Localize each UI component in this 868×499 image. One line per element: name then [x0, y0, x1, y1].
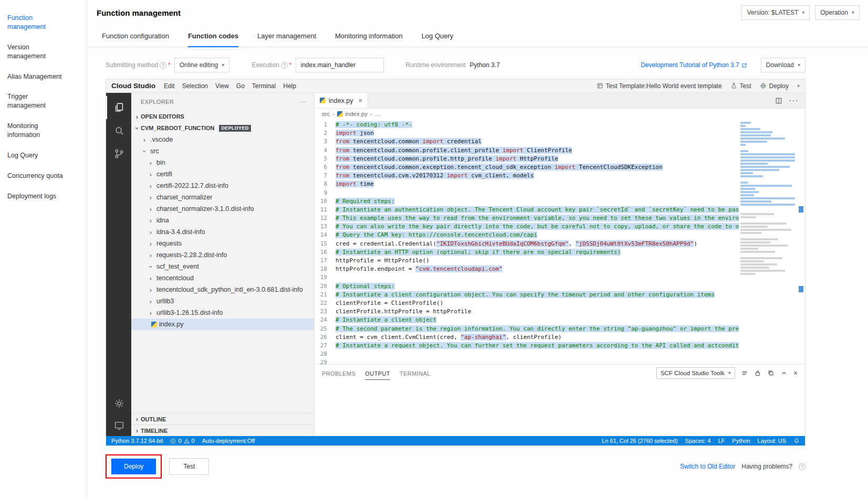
menu-go[interactable]: Go [236, 82, 245, 90]
menu-terminal[interactable]: Terminal [252, 82, 276, 90]
deploy-button[interactable]: Deploy [111, 459, 156, 474]
source-control-activity-button[interactable] [106, 142, 131, 165]
help-icon[interactable]: ? [160, 62, 166, 69]
menu-edit[interactable]: Edit [164, 82, 175, 90]
tree-item-tencentcloud-sdk-python-intl-en-3-0-681-dist-info[interactable]: ›tencentcloud_sdk_python_intl_en-3.0.681… [131, 284, 314, 295]
tab-function-configuration[interactable]: Function configuration [102, 25, 169, 47]
ruler-mark [799, 206, 803, 213]
language-status[interactable]: Python [732, 438, 750, 444]
eol-status[interactable]: LF [718, 438, 725, 444]
switch-old-editor-link[interactable]: Switch to Old Editor [680, 463, 735, 470]
code-token: from [336, 164, 350, 171]
file-tree: ›.vscode›src›bin›certifi›certifi-2022.12… [131, 134, 314, 330]
sidebar-item-concurrency-quota[interactable]: Concurrency quota [7, 172, 64, 181]
chevron-right-icon: › [147, 286, 154, 293]
panel-tab-problems[interactable]: PROBLEMS [322, 367, 355, 380]
version-select[interactable]: Version: $LATEST ▾ [741, 5, 810, 20]
sidebar-item-function-management[interactable]: Function management [7, 14, 64, 31]
download-select[interactable]: Download ▾ [761, 58, 806, 72]
help-icon[interactable]: ? [281, 62, 288, 69]
tree-item-vscode[interactable]: ›.vscode [131, 134, 314, 145]
breadcrumb-item-src[interactable]: src [322, 111, 330, 117]
tree-item-charset-normalizer[interactable]: ›charset_normalizer [131, 192, 314, 203]
tab-layer-management[interactable]: Layer management [257, 25, 316, 47]
sidebar-item-alias-management[interactable]: Alias Management [7, 72, 64, 81]
sidebar: Function managementVersion managementAli… [0, 0, 87, 499]
layout-status[interactable]: Layout: US [758, 438, 786, 444]
output-channel-select[interactable]: SCF Cloud Studio Toolk ▾ [656, 367, 735, 379]
project-root[interactable]: › CVM_REBOOT_FUNCTION DEPLOYED [131, 122, 314, 134]
sidebar-item-version-management[interactable]: Version management [7, 43, 64, 61]
cursor-position-status[interactable]: Ln 61, Col 26 (2760 selected) [602, 438, 677, 444]
tree-item-tencentcloud[interactable]: ›tencentcloud [131, 272, 314, 284]
ide-test-button[interactable]: Test [730, 82, 751, 90]
execution-input[interactable] [296, 58, 384, 72]
explorer-activity-button[interactable] [106, 96, 131, 119]
tree-item-urllib3[interactable]: ›urllib3 [131, 295, 314, 307]
minimap[interactable] [739, 119, 798, 364]
close-icon[interactable]: × [359, 97, 363, 104]
dev-tutorial-link[interactable]: Development Tutorial of Python 3.7 [641, 61, 747, 69]
more-actions-icon[interactable]: ··· [789, 96, 799, 105]
menu-help[interactable]: Help [283, 82, 296, 90]
sidebar-item-log-query[interactable]: Log Query [7, 151, 64, 160]
timeline-section[interactable]: › TIMELINE [131, 424, 314, 436]
editor-tab-index-py[interactable]: index.py × [315, 93, 368, 108]
caret-down-icon[interactable]: ▾ [797, 83, 800, 89]
sidebar-item-monitoring-information[interactable]: Monitoring information [7, 122, 64, 140]
layout-activity-button[interactable] [106, 415, 131, 436]
code-editor[interactable]: 1# -*- coding: utf8 -*-2import json3from… [315, 119, 805, 364]
tree-item-index-py[interactable]: index.py [131, 318, 314, 330]
tab-monitoring-information[interactable]: Monitoring information [335, 25, 403, 47]
test-button[interactable]: Test [169, 458, 209, 475]
tree-item-bin[interactable]: ›bin [131, 157, 314, 168]
tree-item-charset-normalizer-3-1-0-dist-info[interactable]: ›charset_normalizer-3.1.0.dist-info [131, 203, 314, 215]
panel-tab-output[interactable]: OUTPUT [365, 367, 390, 380]
maximize-panel-icon[interactable] [780, 369, 788, 377]
overview-ruler[interactable] [798, 119, 805, 364]
menu-view[interactable]: View [215, 82, 229, 90]
operation-select[interactable]: Operation ▾ [815, 5, 860, 20]
tree-item-certifi[interactable]: ›certifi [131, 168, 314, 180]
indentation-status[interactable]: Spaces: 4 [685, 438, 711, 444]
tree-item-scf-test-event[interactable]: ›scf_test_event [131, 261, 314, 272]
clear-output-icon[interactable] [741, 369, 748, 377]
tree-item-idna-3-4-dist-info[interactable]: ›idna-3.4.dist-info [131, 226, 314, 238]
code-token: from [336, 138, 350, 145]
tree-item-requests[interactable]: ›requests [131, 238, 314, 249]
sidebar-item-trigger-management[interactable]: Trigger management [7, 92, 64, 110]
tree-item-urllib3-1-26-15-dist-info[interactable]: ›urllib3-1.26.15.dist-info [131, 307, 314, 318]
auto-deployment-status[interactable]: Auto-deployment:Off [202, 438, 255, 444]
python-version-status[interactable]: Python 3.7.12 64-bit [111, 438, 163, 444]
tree-item-requests-2-28-2-dist-info[interactable]: ›requests-2.28.2.dist-info [131, 249, 314, 261]
lock-scroll-icon[interactable] [754, 369, 761, 377]
notifications-bell-icon[interactable] [793, 438, 800, 444]
tree-item-certifi-2022-12-7-dist-info[interactable]: ›certifi-2022.12.7.dist-info [131, 180, 314, 192]
outline-section[interactable]: › OUTLINE [131, 413, 314, 424]
panel-tab-terminal[interactable]: TERMINAL [400, 367, 431, 380]
problems-status[interactable]: 0 0 [170, 438, 194, 444]
tree-item-label: urllib3-1.26.15.dist-info [156, 309, 223, 316]
ide-deploy-button[interactable]: Deploy [760, 82, 789, 90]
close-panel-icon[interactable]: × [793, 369, 798, 377]
tab-log-query[interactable]: Log Query [422, 25, 454, 47]
breadcrumb-item-index-py[interactable]: index.py [337, 111, 368, 117]
breadcrumb-item-[interactable]: … [375, 111, 381, 117]
settings-activity-button[interactable] [106, 392, 131, 415]
tab-function-codes[interactable]: Function codes [188, 25, 238, 47]
menu-selection[interactable]: Selection [182, 82, 208, 90]
tree-item-src[interactable]: ›src [131, 145, 314, 157]
dev-tutorial-link-label: Development Tutorial of Python 3.7 [641, 61, 739, 69]
search-activity-button[interactable] [106, 119, 131, 142]
help-icon[interactable]: ? [799, 463, 806, 470]
split-editor-icon[interactable] [775, 97, 782, 104]
tree-item-idna[interactable]: ›idna [131, 215, 314, 226]
more-actions-icon[interactable]: ··· [299, 99, 307, 105]
split-panel-icon[interactable] [767, 369, 775, 377]
sidebar-item-deployment-logs[interactable]: Deployment logs [7, 192, 64, 201]
code-token: clientProfile = ClientProfile() [336, 300, 443, 306]
open-editors-section[interactable]: › OPEN EDITORS [131, 111, 314, 122]
submitting-method-select[interactable]: Online editing ▾ [174, 58, 229, 72]
test-template-button[interactable]: Test Template:Hello World event template [597, 82, 722, 90]
submitting-method-label: Submitting method [106, 61, 158, 69]
